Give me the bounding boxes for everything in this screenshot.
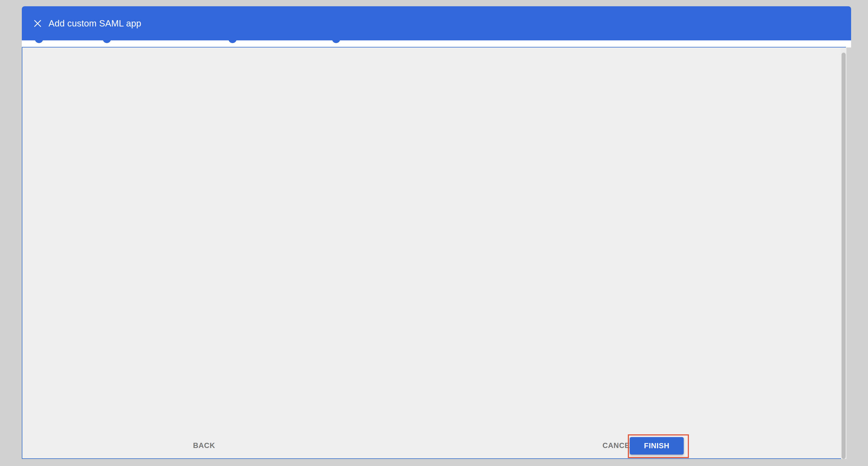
header-underlay-strip <box>22 40 851 48</box>
close-icon[interactable] <box>32 18 43 29</box>
dialog-title: Add custom SAML app <box>49 18 141 29</box>
dialog-header: Add custom SAML app <box>22 6 851 40</box>
scrollbar-track[interactable] <box>841 48 846 459</box>
scrollbar-thumb[interactable] <box>842 53 846 459</box>
back-button[interactable]: BACK <box>193 441 215 450</box>
content-panel <box>22 47 846 459</box>
finish-button[interactable]: FINISH <box>630 437 684 455</box>
